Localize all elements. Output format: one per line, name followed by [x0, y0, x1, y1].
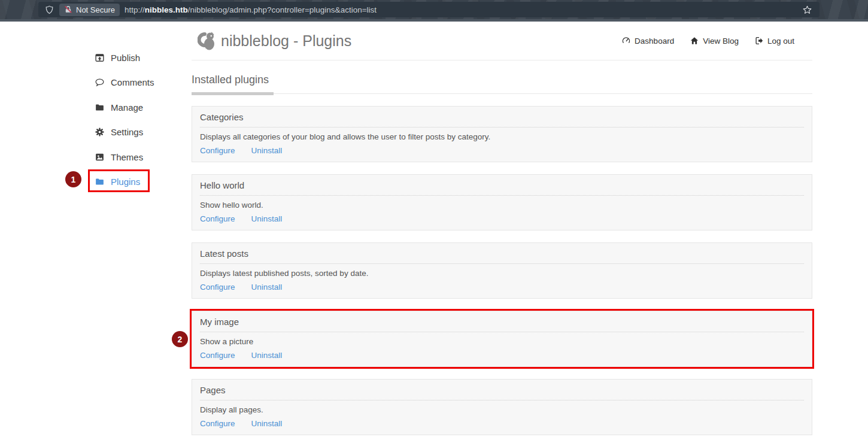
folder-icon — [95, 177, 105, 187]
section-title: Installed plugins — [192, 74, 812, 86]
uninstall-link[interactable]: Uninstall — [251, 419, 283, 428]
uninstall-link[interactable]: Uninstall — [251, 283, 283, 292]
main-content: nibbleblog - Plugins Dashboard — [192, 22, 812, 435]
url-bar[interactable]: Not Secure http://nibbles.htb/nibbleblog… — [38, 2, 820, 17]
plugin-name: My image — [200, 317, 804, 332]
sidebar-label-comments: Comments — [111, 77, 154, 87]
nav-log-out[interactable]: Log out — [754, 36, 794, 45]
publish-icon — [95, 53, 105, 63]
sidebar-label-settings: Settings — [111, 127, 143, 137]
shield-icon[interactable] — [44, 5, 54, 15]
configure-link[interactable]: Configure — [200, 214, 235, 223]
annotation-number-2: 2 — [178, 335, 183, 344]
browser-toolbar: Not Secure http://nibbles.htb/nibbleblog… — [0, 0, 868, 19]
sidebar-item-publish[interactable]: Publish — [95, 50, 154, 65]
bookmark-star-icon[interactable] — [802, 5, 814, 15]
configure-link[interactable]: Configure — [200, 419, 235, 428]
plugin-name: Categories — [200, 113, 804, 128]
url-path: /nibbleblog/admin.php?controller=plugins… — [188, 5, 377, 14]
image-icon — [95, 152, 105, 162]
brand: nibbleblog - Plugins — [198, 31, 351, 51]
annotation-circle-2: 2 — [172, 331, 188, 347]
url-scheme: http:// — [125, 5, 145, 14]
folder-icon — [95, 102, 105, 113]
nav-view-blog[interactable]: View Blog — [690, 36, 739, 45]
url-text[interactable]: http://nibbles.htb/nibbleblog/admin.php?… — [125, 5, 797, 14]
plugin-actions: Configure Uninstall — [200, 351, 804, 360]
sidebar-label-themes: Themes — [111, 152, 143, 162]
nav-view-blog-label: View Blog — [703, 37, 739, 45]
plugin-card-pages: Pages Display all pages. Configure Unins… — [192, 379, 812, 435]
security-chip-label: Not Secure — [76, 5, 115, 14]
sidebar-item-manage[interactable]: Manage — [95, 100, 154, 114]
annotation-number-1: 1 — [71, 175, 76, 184]
nav-dashboard[interactable]: Dashboard — [621, 36, 674, 45]
plugin-card-latest-posts: Latest posts Displays latest published p… — [192, 242, 812, 299]
configure-link[interactable]: Configure — [200, 146, 235, 155]
admin-sidebar: Publish Comments Manage — [95, 50, 154, 199]
comments-icon — [95, 77, 105, 87]
plugin-description: Show a picture — [200, 337, 804, 346]
plugin-actions: Configure Uninstall — [200, 419, 804, 428]
sidebar-item-comments[interactable]: Comments — [95, 75, 154, 90]
security-chip[interactable]: Not Secure — [59, 4, 120, 16]
logout-icon — [754, 36, 764, 45]
sidebar-label-plugins: Plugins — [111, 177, 140, 187]
plugin-card-categories: Categories Displays all categories of yo… — [192, 106, 812, 162]
admin-topnav: Dashboard View Blog — [621, 36, 812, 45]
nav-dashboard-label: Dashboard — [635, 37, 674, 45]
sidebar-item-themes[interactable]: Themes — [95, 150, 154, 164]
plugin-description: Display all pages. — [200, 405, 804, 414]
configure-link[interactable]: Configure — [200, 283, 235, 292]
url-host: nibbles.htb — [145, 5, 188, 14]
plugin-actions: Configure Uninstall — [200, 283, 804, 292]
installed-plugins-tab: Installed plugins — [192, 74, 812, 94]
sidebar-label-publish: Publish — [111, 53, 140, 63]
sidebar-label-manage: Manage — [111, 102, 143, 113]
admin-header: nibbleblog - Plugins Dashboard — [192, 22, 812, 60]
plugin-name: Pages — [200, 386, 804, 400]
nibbleblog-admin-page: Publish Comments Manage — [0, 22, 868, 440]
uninstall-link[interactable]: Uninstall — [251, 146, 283, 155]
gauge-icon — [621, 36, 631, 45]
uninstall-link[interactable]: Uninstall — [251, 214, 283, 223]
gear-icon — [95, 127, 105, 137]
home-icon — [690, 36, 699, 45]
page-title: nibbleblog - Plugins — [221, 32, 351, 50]
plugin-name: Latest posts — [200, 249, 804, 264]
nibbleblog-squirrel-logo-icon — [198, 31, 216, 51]
plugin-description: Displays latest published posts, sorted … — [200, 269, 804, 278]
plugin-card-my-image: 2 My image Show a picture Configure Unin… — [192, 311, 812, 367]
active-tab-indicator — [192, 92, 274, 95]
plugin-description: Show hello world. — [200, 201, 804, 210]
uninstall-link[interactable]: Uninstall — [251, 351, 283, 360]
plugin-actions: Configure Uninstall — [200, 146, 804, 155]
nav-log-out-label: Log out — [767, 37, 794, 45]
insecure-lock-icon — [64, 5, 72, 14]
plugin-name: Hello world — [200, 181, 804, 196]
plugin-description: Displays all categories of your blog and… — [200, 132, 804, 141]
plugin-card-hello-world: Hello world Show hello world. Configure … — [192, 174, 812, 230]
sidebar-item-plugins[interactable]: Plugins — [95, 175, 154, 189]
annotation-circle-1: 1 — [65, 171, 81, 187]
sidebar-item-settings[interactable]: Settings — [95, 125, 154, 139]
plugin-actions: Configure Uninstall — [200, 214, 804, 223]
configure-link[interactable]: Configure — [200, 351, 235, 360]
